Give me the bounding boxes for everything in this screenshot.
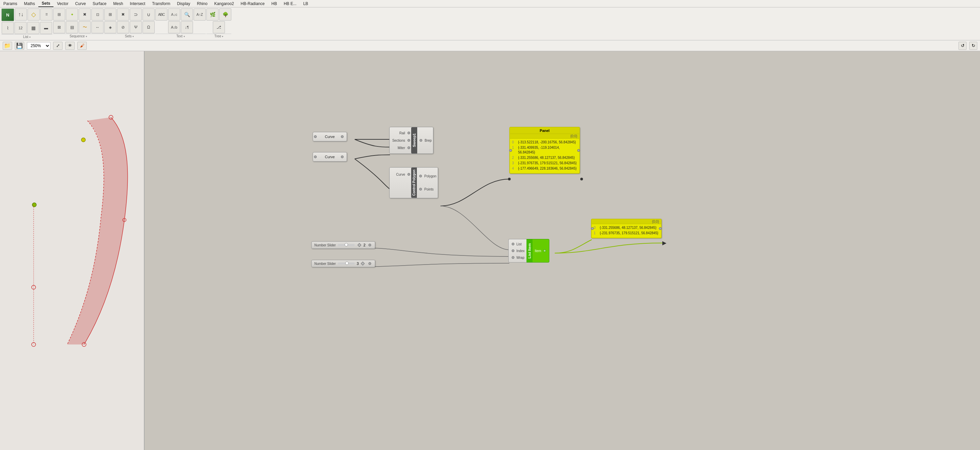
sweep-rail-port [407,132,410,134]
panel2-right-arrow: ▶ [662,239,667,246]
li-list-port [512,243,514,245]
tb-sets3[interactable]: ⊃ [130,8,142,21]
tb-seq1[interactable]: ⊞ [53,8,65,21]
menu-kangaroo[interactable]: Kangaroo2 [211,1,237,7]
list-item-node[interactable]: List Index Wrap List Item Item [508,239,549,263]
curve2-output-port [341,155,344,158]
toolbar-btn-grid2[interactable]: ▦ [27,22,39,34]
tb-seq6[interactable]: ▤ [66,21,78,34]
curve2-label: Curve [320,152,340,161]
tb-seq3[interactable]: ✖ [79,8,91,21]
panel1-input-port [509,149,512,152]
slider2-output-port [369,262,371,265]
fit-btn[interactable]: ⤢ [53,42,62,50]
tb-seq2[interactable]: ✦ [66,8,78,21]
tb-text2[interactable]: A↓c [168,8,180,21]
tb-tree2[interactable]: 🌳 [219,8,231,21]
curve1-label: Curve [320,132,340,141]
menu-maths[interactable]: Maths [21,1,38,7]
toolbar-btn-num[interactable]: 12 [14,22,27,34]
slider1-label: Number Slider [314,243,336,247]
tb-text6[interactable]: ↓¶ [181,21,193,34]
section-label-list: List ▾ [2,34,52,39]
toolbar-section-list: N ↑↓ ◇ ⠿ ⌇ 12 ▦ ▬ List ▾ [2,8,52,39]
panel1-node[interactable]: Panel {0;0} 0{-313.522118, -200.16756, 5… [509,127,580,174]
toolbar-btn-n[interactable]: N [2,8,14,21]
menu-curve[interactable]: Curve [72,1,89,7]
slider1-value: 2 [363,243,366,247]
tb-text4[interactable]: A↑Z [194,8,206,21]
toolbar-section-sets: ⊞ ✖ ⊃ ∪ ◈ ⊘ Ψ Ω Sets ▾ [104,8,155,38]
panel1-header: Panel [510,128,579,134]
li-index-port [512,249,514,252]
menu-hb[interactable]: HB [268,1,280,7]
menu-hb-radiance[interactable]: HB-Radiance [237,1,268,7]
menu-transform[interactable]: Transform [149,1,173,7]
toolbar-btn-wave[interactable]: ⌇ [2,22,14,34]
curve1-output-port [341,135,344,138]
menu-mesh[interactable]: Mesh [110,1,126,7]
menu-surface[interactable]: Surface [89,1,110,7]
sweep1-node[interactable]: Rail Sections Miter Sweep1 [389,127,433,154]
menu-lb[interactable]: LB [300,1,312,7]
zoom-select[interactable]: 250% 100% 150% 200% [27,42,51,49]
svg-point-3 [81,138,85,142]
tb-sets6[interactable]: ⊘ [117,21,129,34]
tb-seq7[interactable]: 〜 [79,21,91,34]
slider1-node[interactable]: Number Slider 2 [311,241,375,249]
gh-canvas[interactable]: Curve Curve [145,51,980,450]
menu-intersect[interactable]: Intersect [126,1,149,7]
panel2-node[interactable]: {0;0} 0{-331.255686, 48.127137, 56.84284… [591,219,662,238]
toolbar-btn-diamond[interactable]: ◇ [27,8,40,21]
tb-sets2[interactable]: ✖ [117,8,129,21]
toolbar-btn-dots[interactable]: ⠿ [40,8,52,21]
tb-text5[interactable]: A↕b [168,21,180,34]
menu-bar: Params Maths Sets Vector Curve Surface M… [0,0,980,7]
tb-sets7[interactable]: Ψ [130,21,142,34]
tb-tree3[interactable]: ⎇ [213,21,225,34]
slider1-diamond [357,243,361,247]
tb-text3[interactable]: 🔍 [181,8,193,21]
tb-sets5[interactable]: ◈ [104,21,116,34]
slider1-output-port [369,244,371,246]
toolbar-btn-sort[interactable]: ↑↓ [15,8,27,21]
tb-text1[interactable]: ABC [155,8,167,21]
main-area: Curve Curve [0,51,980,450]
tb-sets4[interactable]: ∪ [143,8,155,21]
toolbar-btn-bar[interactable]: ▬ [40,22,52,34]
slider2-diamond [361,262,364,265]
rhino-viewport[interactable] [0,51,145,450]
redo-btn[interactable]: ↻ [969,42,977,50]
control-polygon-node[interactable]: Curve Control Polygon Polygon Points [389,167,438,198]
open-btn[interactable]: 📁 [3,42,12,50]
slider2-label: Number Slider [314,262,336,266]
menu-hb-e[interactable]: HB E... [280,1,300,7]
menu-display[interactable]: Display [173,1,193,7]
menu-params[interactable]: Params [0,1,21,7]
menu-sets[interactable]: Sets [38,0,54,7]
toolbar-section-sequence: ⊞ ✦ ✖ ⊡ ⊠ ▤ 〜 ↔ Sequence ▾ [53,8,103,38]
undo-btn[interactable]: ↺ [958,42,967,50]
cp-points-port [419,188,422,190]
tb-seq4[interactable]: ⊡ [91,8,103,21]
section-label-text: Text ▾ [155,34,206,38]
toolbar-section-tree: 🌿 🌳 ⎇ Tree ▾ [207,8,231,38]
paint-btn[interactable]: 🖌 [77,42,87,50]
curve2-node[interactable]: Curve [313,152,347,161]
curve1-node[interactable]: Curve [313,132,347,141]
eye-btn[interactable]: 👁 [65,42,75,50]
save-btn[interactable]: 💾 [15,42,24,50]
tb-sets1[interactable]: ⊞ [104,8,116,21]
tb-sets8[interactable]: Ω [143,21,155,34]
tb-seq5[interactable]: ⊠ [53,21,65,34]
menu-rhino[interactable]: Rhino [194,1,211,7]
toolbar-section-text: ABC A↓c 🔍 A↑Z A↕b ↓¶ Text ▾ [155,8,206,38]
slider2-node[interactable]: Number Slider 3 [311,260,375,267]
menu-vector[interactable]: Vector [54,1,72,7]
tb-tree1[interactable]: 🌿 [207,8,218,21]
curve2-input-port [314,155,317,158]
section-label-tree: Tree ▾ [207,34,231,38]
tb-seq8[interactable]: ↔ [91,21,103,34]
section-label-sets: Sets ▾ [104,34,155,38]
panel1-content: 0{-313.522118, -200.16756, 56.842845} 1{… [510,139,579,173]
